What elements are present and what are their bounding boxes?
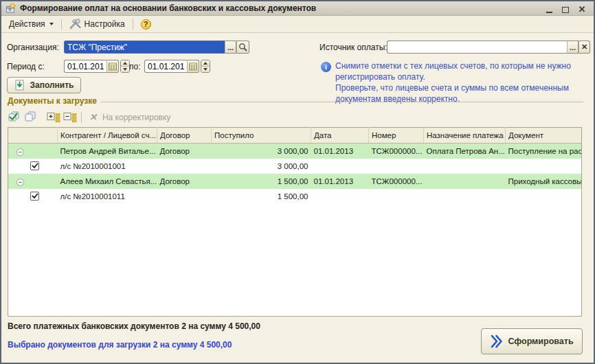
toolbar-separator [133, 19, 133, 30]
table-row[interactable]: Алеев Михаил Севастья... Договор 1 500,0… [8, 174, 582, 189]
header-document[interactable]: Документ [506, 128, 582, 144]
cell-document: Приходный кассовы... [506, 174, 582, 189]
cell-postupilo: 3 000,00 [212, 144, 311, 159]
calendar-icon [109, 62, 117, 71]
cell-date: 01.01.2013 [311, 174, 369, 189]
period-from-calendar-button[interactable] [106, 60, 119, 73]
header-tree[interactable] [8, 128, 58, 144]
cell-date: 01.01.2013 [311, 144, 369, 159]
window-title: Формирование оплат на основании банковск… [20, 3, 544, 13]
toolbar-separator [61, 19, 62, 30]
titlebar: Формирование оплат на основании банковск… [1, 1, 594, 16]
cell-date [311, 159, 369, 174]
cell-contragent: л/с №2010001001 [58, 159, 157, 174]
org-open-button[interactable] [236, 41, 249, 54]
collapse-node-icon[interactable] [16, 179, 24, 186]
collapse-node-icon[interactable] [16, 148, 24, 156]
main-toolbar: Действия Настройка ? [1, 16, 594, 33]
cell-document [506, 159, 582, 174]
total-summary: Всего платежных банковских документов 2 … [8, 321, 260, 331]
close-icon: ✕ [579, 5, 586, 13]
payment-source-label: Источник оплаты: [319, 43, 388, 52]
settings-label: Настройка [85, 19, 125, 29]
cell-contragent: л/с №2010001011 [58, 189, 157, 204]
table-row[interactable]: Петров Андрей Виталье... Договор 3 000,0… [8, 144, 582, 159]
cell-postupilo: 1 500,00 [212, 174, 311, 189]
collapse-groups-button[interactable] [62, 110, 78, 124]
period-from-input[interactable] [64, 60, 106, 73]
cell-dogovor [157, 159, 212, 174]
toolbar-separator [81, 112, 82, 123]
correction-label: На корректировку [102, 113, 170, 122]
actions-menu-button[interactable]: Действия [4, 17, 58, 31]
spin-down-icon[interactable] [121, 67, 129, 72]
info-icon: i [321, 62, 331, 72]
collapse-groups-icon [63, 112, 77, 123]
cell-number: ТСЖ000000... [369, 174, 424, 189]
cell-document [506, 189, 582, 204]
source-select-button[interactable]: ... [567, 41, 579, 54]
cell-document: Поступление на рас... [506, 144, 582, 159]
checkmark-icon [32, 193, 38, 199]
settings-button[interactable]: Настройка [65, 16, 130, 32]
cell-date [311, 189, 369, 204]
cell-dogovor: Договор [157, 144, 212, 159]
help-button[interactable]: ? [136, 17, 156, 32]
table-empty-area [8, 204, 582, 317]
fill-document-icon [14, 80, 25, 91]
tools-icon [69, 19, 82, 30]
spin-up-icon[interactable] [121, 60, 129, 67]
spin-down-icon[interactable] [201, 67, 210, 72]
help-icon: ? [141, 19, 151, 30]
correction-x-icon: ✕ [89, 112, 97, 122]
form-content: Организация: ... Источник оплаты: ... ✕ … [1, 33, 594, 364]
actions-label: Действия [9, 19, 45, 29]
period-to-calendar-button[interactable] [187, 60, 199, 73]
header-date[interactable]: Дата [311, 128, 369, 144]
check-all-button[interactable] [5, 110, 22, 124]
row-checkbox[interactable] [30, 192, 39, 201]
cell-number [369, 159, 424, 174]
cell-purpose [424, 189, 506, 204]
period-to-spinner[interactable] [201, 60, 210, 73]
documents-group-header: Документы к загрузке [8, 96, 583, 106]
cell-dogovor: Договор [157, 174, 212, 189]
chevron-down-icon [49, 23, 54, 25]
fill-button[interactable]: Заполнить [7, 77, 81, 93]
header-dogovor[interactable]: Договор [157, 128, 212, 144]
spin-up-icon[interactable] [201, 60, 210, 67]
table-row[interactable]: л/с №2010001001 3 000,00 [8, 159, 582, 174]
period-from-spinner[interactable] [120, 60, 130, 73]
table-row[interactable]: л/с №2010001011 1 500,00 [8, 189, 582, 204]
header-contragent[interactable]: Контрагент / Лицевой сч... [58, 128, 157, 144]
cell-contragent: Петров Андрей Виталье... [58, 144, 157, 159]
header-purpose[interactable]: Назначение платежа [424, 128, 506, 144]
close-button[interactable]: ✕ [577, 4, 587, 13]
table-header-row: Контрагент / Лицевой сч... Договор Посту… [8, 128, 582, 144]
maximize-icon [562, 7, 569, 13]
generate-button[interactable]: Сформировать [481, 328, 583, 354]
org-input[interactable] [64, 41, 225, 54]
check-all-icon [7, 111, 21, 123]
period-to-input[interactable] [144, 60, 187, 73]
generate-button-label: Сформировать [508, 337, 573, 346]
cell-dogovor [157, 189, 212, 204]
header-postupilo[interactable]: Поступило [212, 128, 311, 144]
period-to-label: по: [129, 62, 141, 71]
correction-button[interactable]: ✕ На корректировку [85, 110, 175, 124]
org-select-button[interactable]: ... [225, 41, 236, 54]
minimize-button[interactable] [544, 4, 554, 13]
maximize-button[interactable] [561, 4, 570, 13]
source-clear-button[interactable]: ✕ [579, 41, 590, 54]
cell-purpose [424, 174, 506, 189]
expand-groups-button[interactable] [45, 110, 62, 124]
header-number[interactable]: Номер [369, 128, 424, 144]
magnifier-icon [238, 43, 247, 52]
expand-groups-icon [47, 112, 60, 123]
table-toolbar: ✕ На корректировку [5, 110, 175, 124]
row-checkbox[interactable] [30, 161, 39, 170]
payment-source-input[interactable] [387, 41, 567, 54]
app-window: Формирование оплат на основании банковск… [0, 0, 595, 364]
uncheck-all-button[interactable] [22, 110, 38, 124]
documents-table: Контрагент / Лицевой сч... Договор Посту… [8, 127, 582, 317]
